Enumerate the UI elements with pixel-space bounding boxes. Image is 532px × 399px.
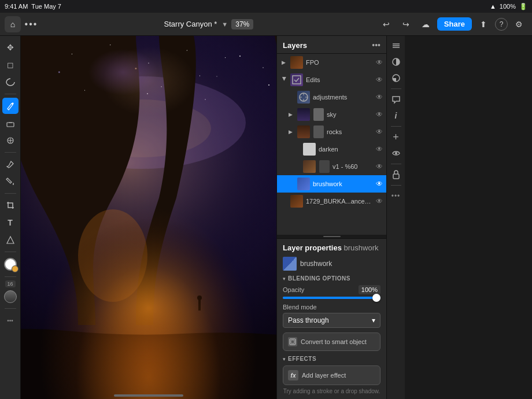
layer-darken[interactable]: ▶ darken 👁 (277, 141, 386, 158)
canvas-image (21, 36, 276, 399)
blend-mode-label: Blend mode (283, 304, 380, 311)
tool-move[interactable]: ✥ (2, 39, 19, 56)
zoom-level[interactable]: 37% (231, 19, 253, 29)
layer-visibility[interactable]: 👁 (376, 145, 383, 153)
panel-info-button[interactable]: i (389, 108, 404, 123)
layer-v1[interactable]: ▶ v1 - %60 👁 (277, 158, 386, 175)
layer-name: adjustments (313, 94, 373, 101)
layer-thumb (297, 125, 310, 138)
layer-visibility[interactable]: 👁 (376, 58, 383, 66)
layer-thumb (290, 73, 303, 86)
upload-button[interactable]: ⬆ (475, 16, 492, 32)
tool-text[interactable]: T (2, 215, 19, 231)
canvas[interactable] (21, 36, 276, 399)
fx-icon: fx (288, 370, 298, 380)
panel-adjustments-button[interactable] (389, 71, 404, 86)
layers-more[interactable]: ••• (372, 40, 380, 50)
slider-fill (283, 297, 380, 299)
tool-crop[interactable] (2, 197, 19, 213)
opacity-slider[interactable] (283, 297, 380, 299)
layer-name: FPO (306, 59, 373, 66)
brush-size[interactable]: 16 (5, 280, 16, 287)
layer-name: Edits (306, 76, 373, 83)
tool-healing[interactable] (2, 132, 19, 149)
undo-button[interactable]: ↩ (378, 16, 394, 32)
tool-select[interactable]: ◻ (2, 57, 19, 73)
layer-visibility[interactable]: 👁 (376, 110, 383, 119)
tool-extra[interactable]: ••• (2, 312, 19, 328)
effects-title: EFFECTS (288, 356, 316, 362)
svg-point-19 (54, 82, 56, 83)
layer-visibility[interactable]: 👁 (376, 76, 383, 84)
effects-arrow: ▾ (283, 356, 286, 362)
layer-thumb (303, 160, 316, 173)
svg-point-10 (112, 53, 113, 54)
toolbar: ⌂ ••• Starry Canyon * ▼ 37% ↩ ↪ ☁ Share … (0, 13, 532, 36)
svg-point-30 (197, 295, 202, 300)
layer-visibility[interactable]: 👁 (376, 128, 383, 136)
svg-point-8 (37, 50, 38, 51)
layer-mask (313, 125, 324, 138)
layer-name: brushwork (313, 180, 373, 187)
left-toolbar: ✥ ◻ T (0, 36, 21, 399)
layer-brushwork[interactable]: ▶ brushwork 👁 (277, 175, 386, 193)
opacity-value[interactable]: 100% (359, 285, 380, 294)
convert-smart-object-button[interactable]: Convert to smart object (283, 332, 380, 351)
visibility-button[interactable] (389, 146, 404, 161)
svg-point-15 (239, 56, 241, 57)
layer-sky[interactable]: ▶ sky 👁 (277, 106, 386, 123)
blending-section-header[interactable]: ▾ BLENDING OPTIONS (283, 275, 380, 282)
slider-thumb[interactable] (372, 294, 380, 302)
svg-point-9 (66, 67, 66, 68)
panel-layers-button[interactable] (389, 38, 404, 53)
layer-thumb (297, 178, 310, 190)
add-effect-button[interactable]: fx Add layer effect (283, 365, 380, 385)
layer-properties: Layer properties brushwork brushwork ▾ B… (277, 238, 386, 399)
home-indicator (114, 394, 183, 397)
panel-comments-button[interactable] (389, 92, 404, 107)
title-chevron[interactable]: ▼ (221, 21, 228, 28)
tool-lasso[interactable] (2, 74, 19, 90)
share-button[interactable]: Share (437, 17, 472, 31)
color-swatch[interactable] (4, 258, 17, 271)
lock-button[interactable] (389, 167, 404, 182)
layer-rocks[interactable]: ▶ rocks 👁 (277, 123, 386, 141)
layer-adjustments[interactable]: ▶ adjustments 👁 (277, 88, 386, 106)
layer-photo[interactable]: ▶ 1729_BURKA...anced-NR33 👁 (277, 193, 386, 210)
settings-button[interactable]: ⚙ (511, 16, 527, 32)
tool-eraser[interactable] (2, 115, 19, 131)
layer-thumb (290, 56, 303, 69)
layer-name: darken (319, 146, 373, 153)
layer-edits[interactable]: ▶ Edits 👁 (277, 71, 386, 88)
add-layer-button[interactable]: + (389, 130, 404, 145)
tool-fill[interactable] (2, 173, 19, 190)
svg-rect-0 (7, 123, 14, 127)
layer-arrow: ▶ (282, 60, 287, 65)
panel-masks-button[interactable] (389, 54, 404, 69)
cloud-button[interactable]: ☁ (418, 16, 434, 32)
layer-visibility[interactable]: 👁 (376, 162, 383, 171)
layer-visibility[interactable]: 👁 (376, 93, 383, 101)
tool-shape[interactable] (2, 232, 19, 248)
layer-arrow: ▶ (289, 112, 294, 117)
svg-rect-6 (21, 36, 276, 399)
tool-eyedropper[interactable] (2, 156, 19, 172)
layer-visibility[interactable]: 👁 (376, 197, 383, 205)
home-button[interactable]: ⌂ (5, 16, 21, 32)
layers-list: ▶ FPO 👁 ▶ Edits 👁 (277, 54, 386, 235)
svg-point-11 (135, 70, 136, 71)
document-title[interactable]: Starry Canyon * (164, 20, 217, 28)
effects-section-header[interactable]: ▾ EFFECTS (283, 356, 380, 362)
help-button[interactable]: ? (495, 18, 508, 31)
layer-properties-title: Layer properties brushwork (283, 243, 380, 252)
blending-title: BLENDING OPTIONS (288, 275, 350, 282)
props-layer-thumb (283, 257, 297, 271)
more-options-button[interactable]: ••• (389, 189, 404, 204)
layer-fpo[interactable]: ▶ FPO 👁 (277, 54, 386, 71)
dots-button[interactable]: ••• (23, 16, 39, 32)
layer-visibility[interactable]: 👁 (376, 180, 383, 188)
tool-brush[interactable] (2, 98, 19, 114)
layers-title: Layers (283, 41, 307, 50)
redo-button[interactable]: ↪ (398, 16, 414, 32)
blend-mode-select[interactable]: Pass through ▾ (283, 313, 380, 328)
